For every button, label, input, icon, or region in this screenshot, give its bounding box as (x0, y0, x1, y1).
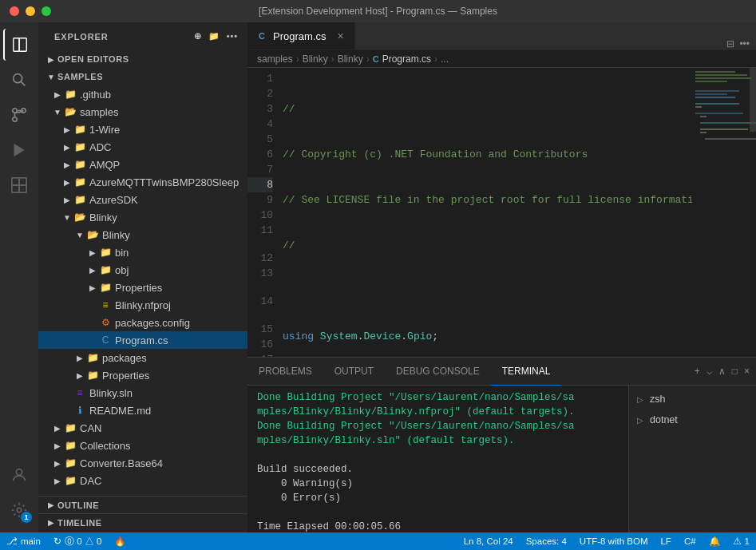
folder-open-icon: 📂 (64, 105, 77, 118)
breadcrumb-more[interactable]: ... (441, 53, 449, 65)
file-program-cs[interactable]: C Program.cs (38, 331, 247, 349)
folder-properties-inner[interactable]: ▶ 📁 Properties (38, 279, 247, 296)
run-activity-icon[interactable] (3, 134, 35, 166)
new-file-icon[interactable]: ⊕ (194, 31, 202, 42)
folder-properties-outer[interactable]: ▶ 📁 Properties (38, 366, 247, 384)
minimap (692, 68, 756, 357)
breadcrumb-blinky2[interactable]: Blinky (338, 53, 363, 65)
terminal-close-icon[interactable]: × (744, 366, 750, 377)
breadcrumb-blinky1[interactable]: Blinky (303, 53, 328, 65)
tab-output[interactable]: OUTPUT (323, 358, 385, 386)
tab-program-cs[interactable]: C Program.cs × (247, 22, 355, 49)
folder-samples[interactable]: ▼ 📂 samples (38, 103, 247, 121)
sidebar: Explorer ⊕ 📁 ••• ▶ Open Editors ▼ SAMPLE… (38, 22, 247, 532)
add-terminal-icon[interactable]: + (695, 366, 700, 377)
terminal-hide-icon[interactable]: ∧ (718, 366, 726, 377)
svg-point-2 (14, 74, 22, 83)
terminal-shell-zsh[interactable]: ▷ zsh (629, 389, 756, 410)
terminal-panel: PROBLEMS OUTPUT DEBUG CONSOLE TERMINAL +… (247, 357, 756, 532)
folder-blinky-inner[interactable]: ▼ 📂 Blinky (38, 226, 247, 243)
terminal-shell-dotnet[interactable]: ▷ dotnet (629, 410, 756, 430)
folder-dac[interactable]: ▶ 📁 DAC (38, 472, 247, 489)
sidebar-header-icons[interactable]: ⊕ 📁 ••• (194, 31, 238, 42)
svg-rect-22 (695, 97, 735, 98)
svg-marker-7 (14, 144, 25, 157)
status-notifications[interactable]: 🔔 (703, 532, 726, 550)
tab-problems[interactable]: PROBLEMS (247, 358, 323, 386)
source-control-activity-icon[interactable] (3, 99, 35, 131)
status-language[interactable]: C# (678, 532, 703, 550)
activity-bar: 1 (0, 22, 38, 532)
new-folder-icon[interactable]: 📁 (208, 31, 220, 42)
tab-terminal[interactable]: TERMINAL (491, 358, 562, 386)
status-bar-left: ⎇ main ↻ ⓪ 0 △ 0 🔥 (0, 532, 132, 550)
folder-github[interactable]: ▶ 📁 .github (38, 85, 247, 103)
status-eol[interactable]: LF (654, 532, 677, 550)
status-spaces[interactable]: Spaces: 4 (520, 532, 573, 550)
settings-activity-icon[interactable]: 1 (3, 494, 35, 526)
sync-icon: ↻ (53, 536, 61, 547)
folder-amqp[interactable]: ▶ 📁 AMQP (38, 156, 247, 173)
timeline-section[interactable]: ▶ Timeline (38, 513, 247, 531)
file-blinky-sln[interactable]: ≡ Blinky.sln (38, 384, 247, 402)
status-ln-col[interactable]: Ln 8, Col 24 (457, 532, 520, 550)
close-button[interactable] (10, 6, 19, 16)
folder-azure-mqtt[interactable]: ▶ 📁 AzureMQTTTwinsBMP280Sleep (38, 173, 247, 191)
status-fire[interactable]: 🔥 (108, 532, 132, 550)
folder-blinky-samples[interactable]: ▼ 📂 Blinky (38, 208, 247, 226)
folder-packages[interactable]: ▶ 📁 packages (38, 349, 247, 366)
svg-rect-23 (695, 103, 739, 105)
status-errors[interactable]: ⚠ 1 (726, 532, 756, 550)
more-tab-actions-icon[interactable]: ••• (739, 38, 750, 49)
panel-tabs: PROBLEMS OUTPUT DEBUG CONSOLE TERMINAL +… (247, 358, 756, 386)
error-icon: ⚠ (733, 536, 742, 547)
folder-bin[interactable]: ▶ 📁 bin (38, 243, 247, 261)
svg-rect-17 (695, 77, 751, 79)
tab-close-button[interactable]: × (334, 30, 346, 42)
folder-converter-base64[interactable]: ▶ 📁 Converter.Base64 (38, 454, 247, 472)
panel-actions[interactable]: + ⌵ ∧ □ × (695, 366, 756, 377)
split-editor-icon[interactable]: ⊟ (726, 38, 734, 49)
minimize-button[interactable] (26, 6, 35, 16)
breadcrumb-samples[interactable]: samples (257, 53, 293, 65)
folder-1wire[interactable]: ▶ 📁 1-Wire (38, 121, 247, 138)
terminal-maximize-icon[interactable]: □ (732, 366, 738, 377)
open-editors-section[interactable]: ▶ Open Editors (38, 50, 247, 68)
more-actions-icon[interactable]: ••• (227, 31, 238, 42)
file-readme[interactable]: ℹ README.md (38, 402, 247, 419)
explorer-activity-icon[interactable] (3, 29, 35, 61)
spaces-label: Spaces: 4 (526, 536, 567, 546)
status-branch[interactable]: ⎇ main (0, 532, 47, 550)
tab-debug-console[interactable]: DEBUG CONSOLE (385, 358, 491, 386)
status-sync[interactable]: ↻ ⓪ 0 △ 0 (47, 532, 108, 550)
outline-section[interactable]: ▶ Outline (38, 496, 247, 513)
tab-bar-actions[interactable]: ⊟ ••• (726, 38, 756, 49)
samples-section[interactable]: ▼ SAMPLES (38, 68, 247, 85)
svg-rect-32 (750, 68, 756, 132)
terminal-split-icon[interactable]: ⌵ (707, 366, 712, 377)
terminal-zsh-icon: ▷ (637, 395, 643, 404)
status-bar-right: Ln 8, Col 24 Spaces: 4 UTF-8 with BOM LF… (457, 532, 756, 550)
svg-rect-15 (695, 71, 735, 73)
folder-can[interactable]: ▶ 📁 CAN (38, 419, 247, 437)
file-blinky-nfproj[interactable]: ≡ Blinky.nfproj (38, 296, 247, 314)
maximize-button[interactable] (42, 6, 51, 16)
sidebar-content: ▶ Open Editors ▼ SAMPLES ▶ 📁 .github ▼ 📂… (38, 50, 247, 532)
folder-azure-sdk[interactable]: ▶ 📁 AzureSDK (38, 191, 247, 208)
panel-content: Done Building Project "/Users/laurent/na… (247, 386, 756, 532)
terminal-output[interactable]: Done Building Project "/Users/laurent/na… (247, 386, 628, 532)
window-controls[interactable] (10, 6, 51, 16)
status-encoding[interactable]: UTF-8 with BOM (573, 532, 655, 550)
file-packages-config[interactable]: ⚙ packages.config (38, 314, 247, 331)
code-editor[interactable]: 1 2 3 4 5 6 7 8 9 10 11 12 13 14 15 16 1… (247, 68, 756, 357)
code-content[interactable]: // // Copyright (c) .NET Foundation and … (279, 68, 692, 357)
folder-collections[interactable]: ▶ 📁 Collections (38, 437, 247, 454)
account-activity-icon[interactable] (3, 459, 35, 491)
window-title: [Extension Development Host] - Program.c… (259, 6, 497, 17)
sidebar-title: Explorer (54, 32, 109, 42)
breadcrumb-program-cs[interactable]: Program.cs (382, 53, 431, 65)
search-activity-icon[interactable] (3, 64, 35, 96)
folder-adc[interactable]: ▶ 📁 ADC (38, 138, 247, 156)
folder-obj[interactable]: ▶ 📁 obj (38, 261, 247, 279)
extensions-activity-icon[interactable] (3, 169, 35, 201)
